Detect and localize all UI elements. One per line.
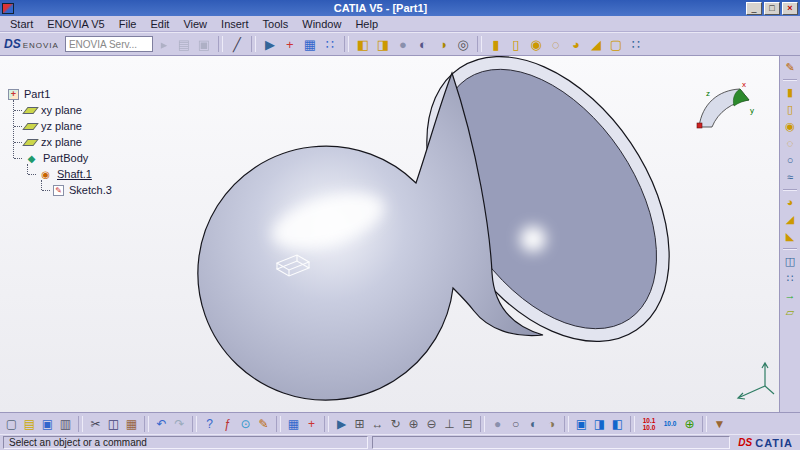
formula-icon[interactable]: ƒ bbox=[219, 415, 236, 432]
open-document-icon[interactable]: ▤ bbox=[21, 415, 38, 432]
measure-between-icon[interactable]: 10.1 10.0 bbox=[639, 415, 659, 432]
fit-all-in-icon[interactable]: ⊞ bbox=[351, 415, 368, 432]
plane-icon bbox=[22, 107, 38, 114]
mirror-tool-icon[interactable]: ◫ bbox=[782, 254, 799, 269]
grid-toggle-icon[interactable]: ▦ bbox=[285, 415, 302, 432]
depth-effect-icon[interactable]: ◐ bbox=[414, 35, 432, 53]
catalog-browser-icon[interactable]: ▼ bbox=[711, 415, 728, 432]
compass-toggle-icon[interactable]: + bbox=[303, 415, 320, 432]
create-multi-view-icon[interactable]: ⊟ bbox=[459, 415, 476, 432]
tree-item-shaft-1[interactable]: ◉Shaft.1 bbox=[6, 166, 114, 182]
enovia-options-icon[interactable]: ▤ bbox=[175, 35, 193, 53]
groove-tool-icon[interactable]: ◌ bbox=[782, 136, 799, 151]
normal-view-icon[interactable]: ⊥ bbox=[441, 415, 458, 432]
chamfer-icon[interactable]: ◢ bbox=[587, 35, 605, 53]
menu-window[interactable]: Window bbox=[295, 17, 348, 31]
tree-item-partbody[interactable]: ◆PartBody bbox=[6, 150, 114, 166]
pad-icon[interactable]: ▮ bbox=[487, 35, 505, 53]
zoom-out-icon[interactable]: ⊖ bbox=[423, 415, 440, 432]
rotate-icon[interactable]: ↻ bbox=[387, 415, 404, 432]
fly-mode-icon[interactable]: ▶ bbox=[261, 35, 279, 53]
pattern-icon[interactable]: ∷ bbox=[627, 35, 645, 53]
chamfer-tool-icon[interactable]: ◢ bbox=[782, 212, 799, 227]
annotate-icon[interactable]: ✎ bbox=[255, 415, 272, 432]
named-views-icon[interactable]: ◨ bbox=[374, 35, 392, 53]
measure-item-icon[interactable]: 10.0 bbox=[660, 415, 680, 432]
compass-orient-icon[interactable]: + bbox=[281, 35, 299, 53]
whats-this-icon[interactable]: ? bbox=[201, 415, 218, 432]
hide-show-icon[interactable]: ◐ bbox=[525, 415, 542, 432]
maximize-button[interactable]: □ bbox=[764, 2, 780, 15]
pattern-tool-icon[interactable]: ∷ bbox=[782, 271, 799, 286]
tile-vertically-icon[interactable]: ◧ bbox=[609, 415, 626, 432]
tree-item-xy-plane[interactable]: xy plane bbox=[6, 102, 114, 118]
shading-icon[interactable]: ● bbox=[489, 415, 506, 432]
menu-enovia-v5[interactable]: ENOVIA V5 bbox=[40, 17, 111, 31]
pocket-tool-icon[interactable]: ▯ bbox=[782, 102, 799, 117]
rib-tool-icon[interactable]: ≈ bbox=[782, 170, 799, 185]
shaft-icon[interactable]: ◉ bbox=[527, 35, 545, 53]
translate-tool-icon[interactable]: → bbox=[782, 288, 799, 303]
fillet-icon[interactable]: ◕ bbox=[567, 35, 585, 53]
menu-file[interactable]: File bbox=[112, 17, 144, 31]
draft-tool-icon[interactable]: ◣ bbox=[782, 229, 799, 244]
tree-item-label: zx plane bbox=[39, 136, 84, 148]
tree-item-zx-plane[interactable]: zx plane bbox=[6, 134, 114, 150]
hole-tool-icon[interactable]: ○ bbox=[782, 153, 799, 168]
undo-icon[interactable]: ↶ bbox=[153, 415, 170, 432]
instant-message-icon[interactable]: ⊙ bbox=[237, 415, 254, 432]
paste-icon[interactable]: ▦ bbox=[123, 415, 140, 432]
sketch-tool-icon[interactable]: ✎ bbox=[782, 60, 799, 75]
cut-icon[interactable]: ✂ bbox=[87, 415, 104, 432]
compass-y-label: y bbox=[750, 106, 754, 115]
pan-icon[interactable]: ↔ bbox=[369, 415, 386, 432]
render-style-icon[interactable]: ● bbox=[394, 35, 412, 53]
swap-visible-space-icon[interactable]: ◑ bbox=[543, 415, 560, 432]
view-orientation-icon[interactable]: ◧ bbox=[354, 35, 372, 53]
knife-tool-icon[interactable]: ╱ bbox=[228, 35, 246, 53]
pad-tool-icon[interactable]: ▮ bbox=[782, 85, 799, 100]
lighting-icon[interactable]: ◑ bbox=[434, 35, 452, 53]
menu-insert[interactable]: Insert bbox=[214, 17, 256, 31]
enovia-search-input[interactable] bbox=[65, 36, 153, 52]
zoom-in-icon[interactable]: ⊕ bbox=[405, 415, 422, 432]
shaft-icon: ◉ bbox=[39, 168, 52, 180]
close-button[interactable]: × bbox=[782, 2, 798, 15]
compass-x-label: x bbox=[742, 80, 746, 89]
toolbar-separator bbox=[702, 416, 707, 432]
shell-icon[interactable]: ▢ bbox=[607, 35, 625, 53]
grid-icon[interactable]: ▦ bbox=[301, 35, 319, 53]
new-document-icon[interactable]: ▢ bbox=[3, 415, 20, 432]
shaft-tool-icon[interactable]: ◉ bbox=[782, 119, 799, 134]
toolbar-separator bbox=[783, 248, 797, 250]
plane-tool-icon[interactable]: ▱ bbox=[782, 305, 799, 320]
minimize-button[interactable]: _ bbox=[746, 2, 762, 15]
tree-item-part1[interactable]: +Part1 bbox=[6, 86, 114, 102]
menu-start[interactable]: Start bbox=[3, 17, 40, 31]
wireframe-icon[interactable]: ○ bbox=[507, 415, 524, 432]
enovia-search-go-icon[interactable]: ▸ bbox=[155, 35, 173, 53]
window-layout-icon[interactable]: ▣ bbox=[573, 415, 590, 432]
snap-to-point-icon[interactable]: ∷ bbox=[321, 35, 339, 53]
tree-item-sketch-3[interactable]: ✎Sketch.3 bbox=[6, 182, 114, 198]
menu-view[interactable]: View bbox=[176, 17, 214, 31]
fillet-tool-icon[interactable]: ◕ bbox=[782, 195, 799, 210]
fly-icon[interactable]: ▶ bbox=[333, 415, 350, 432]
magnifier-icon[interactable]: ◎ bbox=[454, 35, 472, 53]
3d-scene-shaft-solid[interactable] bbox=[0, 56, 779, 412]
quick-print-icon[interactable]: ▥ bbox=[57, 415, 74, 432]
redo-icon[interactable]: ↷ bbox=[171, 415, 188, 432]
copy-icon[interactable]: ◫ bbox=[105, 415, 122, 432]
menu-edit[interactable]: Edit bbox=[143, 17, 176, 31]
tile-horizontally-icon[interactable]: ◨ bbox=[591, 415, 608, 432]
view-compass[interactable]: x y z bbox=[692, 80, 756, 136]
main-viewport[interactable]: +Part1xy planeyz planezx plane◆PartBody◉… bbox=[0, 56, 779, 412]
menu-tools[interactable]: Tools bbox=[256, 17, 296, 31]
groove-icon[interactable]: ◌ bbox=[547, 35, 565, 53]
tree-item-yz-plane[interactable]: yz plane bbox=[6, 118, 114, 134]
enovia-link-icon[interactable]: ▣ bbox=[195, 35, 213, 53]
pocket-icon[interactable]: ▯ bbox=[507, 35, 525, 53]
save-icon[interactable]: ▣ bbox=[39, 415, 56, 432]
measure-inertia-icon[interactable]: ⊕ bbox=[681, 415, 698, 432]
menu-help[interactable]: Help bbox=[348, 17, 385, 31]
